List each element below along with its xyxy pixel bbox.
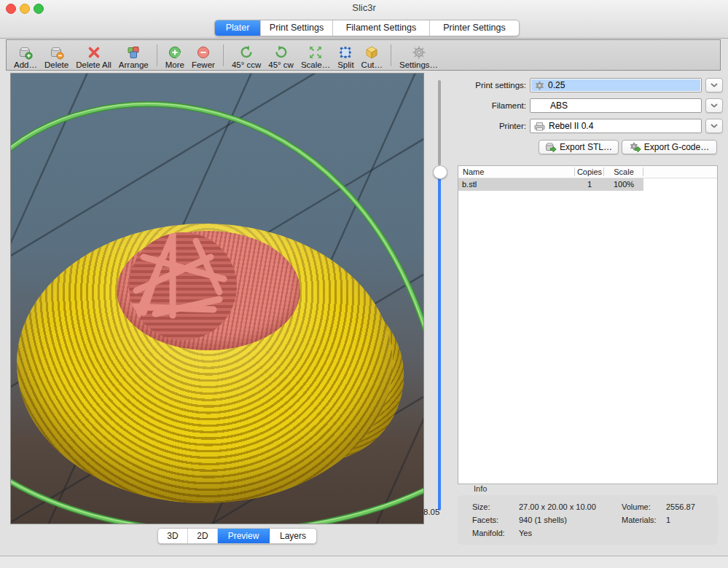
add-button[interactable]: Add… xyxy=(14,42,37,69)
cell-copies: 1 xyxy=(575,178,604,191)
volume-label: Volume: xyxy=(622,502,651,511)
tab-printer-settings[interactable]: Printer Settings xyxy=(430,20,519,36)
split-button[interactable]: Split xyxy=(337,42,353,69)
window-title: Slic3r xyxy=(0,0,728,16)
printer-dropdown-button[interactable] xyxy=(705,119,723,133)
delete-all-button[interactable]: Delete All xyxy=(76,42,111,69)
rotate-ccw-icon xyxy=(239,45,254,60)
print-settings-label: Print settings: xyxy=(458,78,526,92)
tab-plater[interactable]: Plater xyxy=(215,20,261,36)
export-gcode-icon xyxy=(630,142,641,153)
cell-scale: 100% xyxy=(604,178,643,191)
table-row[interactable]: b.stl 1 100% xyxy=(458,178,643,191)
cut-icon xyxy=(364,45,379,60)
tab-layers[interactable]: Layers xyxy=(270,529,316,543)
rotate-cw-button[interactable]: 45° cw xyxy=(268,42,294,69)
scale-icon xyxy=(308,45,323,60)
rotate-cw-label: 45° cw xyxy=(268,60,294,69)
fewer-label: Fewer xyxy=(192,60,215,69)
column-separator xyxy=(643,167,643,176)
large-dome-bridge-infill xyxy=(129,232,237,340)
rotate-cw-icon xyxy=(274,45,289,60)
layer-slider-track-lower[interactable] xyxy=(438,165,441,510)
size-label: Size: xyxy=(472,502,490,511)
more-button[interactable]: More xyxy=(165,42,184,69)
export-gcode-label: Export G-code… xyxy=(644,142,709,152)
info-section-title: Info xyxy=(474,484,487,493)
fewer-button[interactable]: Fewer xyxy=(192,42,215,69)
filament-combo[interactable]: ABS xyxy=(530,98,702,113)
bridge-infill-strands xyxy=(129,232,237,340)
delete-button[interactable]: Delete xyxy=(44,42,69,69)
export-stl-icon xyxy=(545,142,557,153)
scale-label: Scale… xyxy=(301,60,330,69)
column-header-copies[interactable]: Copies xyxy=(575,166,604,178)
main-tab-bar: Plater Print Settings Filament Settings … xyxy=(214,20,520,36)
print-settings-selection: 0.25 xyxy=(531,79,700,91)
filament-dropdown-button[interactable] xyxy=(705,98,723,113)
layer-slider-thumb[interactable] xyxy=(433,165,447,179)
facets-label: Facets: xyxy=(472,516,498,524)
tab-filament-settings[interactable]: Filament Settings xyxy=(333,20,430,36)
materials-label: Materials: xyxy=(622,516,657,524)
tab-2d[interactable]: 2D xyxy=(188,529,218,543)
tab-print-settings[interactable]: Print Settings xyxy=(261,20,333,36)
manifold-value: Yes xyxy=(519,529,532,537)
window-bottom-strip xyxy=(0,556,728,568)
arrange-button[interactable]: Arrange xyxy=(119,42,149,69)
filament-value: ABS xyxy=(550,100,568,111)
tab-3d[interactable]: 3D xyxy=(158,529,188,543)
fewer-icon xyxy=(196,45,211,60)
delete-label: Delete xyxy=(44,60,69,69)
delete-all-label: Delete All xyxy=(76,60,111,69)
chevron-down-icon xyxy=(711,124,718,128)
toolbar-separator xyxy=(157,44,157,66)
printer-combo[interactable]: Rebel II 0.4 xyxy=(530,119,702,133)
split-icon xyxy=(338,45,353,60)
print-settings-value: 0.25 xyxy=(548,80,565,90)
split-label: Split xyxy=(337,60,353,69)
object-list-header: Name Copies Scale xyxy=(458,166,717,178)
info-box: Size: 27.00 x 20.00 x 10.00 Volume: 2556… xyxy=(458,495,718,545)
facets-value: 940 (1 shells) xyxy=(519,516,567,524)
size-value: 27.00 x 20.00 x 10.00 xyxy=(519,502,596,511)
add-icon xyxy=(18,45,33,60)
settings-button[interactable]: Settings… xyxy=(399,42,438,69)
3d-preview-canvas[interactable] xyxy=(10,73,424,524)
view-tab-bar: 3D 2D Preview Layers xyxy=(157,528,317,544)
toolbar-separator xyxy=(391,44,391,66)
column-header-name[interactable]: Name xyxy=(463,166,484,178)
cut-label: Cut… xyxy=(361,60,383,69)
chevron-down-icon xyxy=(711,83,718,87)
add-label: Add… xyxy=(14,60,37,69)
gear-icon xyxy=(535,81,544,90)
print-settings-dropdown-button[interactable] xyxy=(705,78,723,92)
toolbar-separator xyxy=(223,44,224,66)
layer-slider-value: 8.05 xyxy=(423,508,450,516)
rotate-ccw-button[interactable]: 45° ccw xyxy=(232,42,261,69)
printer-label: Printer: xyxy=(458,119,526,133)
column-separator xyxy=(574,167,575,176)
arrange-label: Arrange xyxy=(119,60,149,69)
rotate-ccw-label: 45° ccw xyxy=(232,60,261,69)
tab-preview[interactable]: Preview xyxy=(218,529,270,543)
toolbar: Add… Delete Delete All Arrange More Fewe… xyxy=(6,39,721,71)
materials-value: 1 xyxy=(666,516,670,524)
object-list[interactable]: Name Copies Scale b.stl 1 100% xyxy=(458,165,718,484)
scale-button[interactable]: Scale… xyxy=(301,42,330,69)
export-stl-button[interactable]: Export STL… xyxy=(539,140,619,154)
print-settings-combo[interactable]: 0.25 xyxy=(530,78,702,92)
settings-label: Settings… xyxy=(399,60,438,69)
column-header-scale[interactable]: Scale xyxy=(604,166,643,178)
settings-gear-icon xyxy=(412,45,426,60)
layer-slider-track-upper[interactable] xyxy=(438,80,441,165)
arrange-icon xyxy=(126,45,141,60)
printer-icon xyxy=(534,122,545,131)
filament-label: Filament: xyxy=(458,98,526,113)
delete-icon xyxy=(50,45,64,60)
cut-button[interactable]: Cut… xyxy=(361,42,383,69)
more-icon xyxy=(168,45,182,60)
volume-value: 2556.87 xyxy=(666,502,695,511)
export-gcode-button[interactable]: Export G-code… xyxy=(622,140,717,154)
chevron-down-icon xyxy=(711,103,718,108)
